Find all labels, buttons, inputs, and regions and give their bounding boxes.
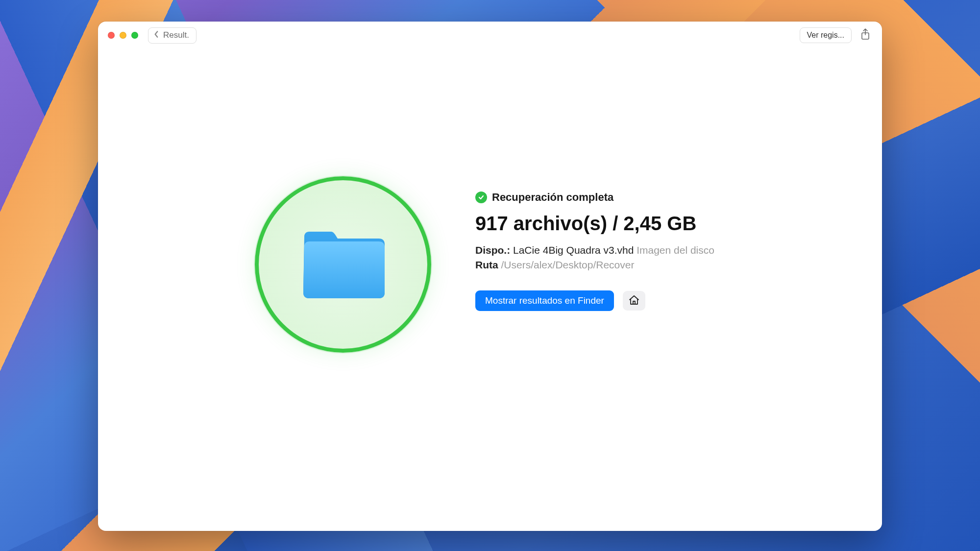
result-headline: 917 archivo(s) / 2,45 GB (475, 213, 714, 235)
home-button[interactable] (623, 291, 645, 311)
status-line: Recuperación completa (475, 191, 714, 204)
device-line: Dispo.: LaCie 4Big Quadra v3.vhd Imagen … (475, 244, 714, 256)
status-text: Recuperación completa (492, 191, 613, 204)
share-button[interactable] (858, 28, 872, 42)
app-window: Result. Ver regis... (98, 22, 882, 531)
chevron-left-icon (153, 30, 159, 41)
success-circle (255, 176, 431, 353)
path-line: Ruta /Users/alex/Desktop/Recover (475, 259, 714, 271)
maximize-window-button[interactable] (131, 32, 138, 39)
view-log-label: Ver regis... (807, 31, 844, 39)
show-in-finder-button[interactable]: Mostrar resultados en Finder (475, 290, 614, 311)
window-controls (108, 32, 138, 39)
minimize-window-button[interactable] (120, 32, 126, 39)
close-window-button[interactable] (108, 32, 115, 39)
success-check-icon (475, 192, 487, 203)
device-label: Dispo.: (475, 244, 510, 256)
view-log-button[interactable]: Ver regis... (800, 27, 852, 43)
result-info: Recuperación completa 917 archivo(s) / 2… (475, 176, 714, 311)
path-label: Ruta (475, 259, 498, 270)
folder-icon (300, 228, 386, 301)
share-icon (860, 28, 870, 42)
main-content: Recuperación completa 917 archivo(s) / 2… (98, 49, 882, 531)
action-row: Mostrar resultados en Finder (475, 290, 714, 311)
home-icon (628, 294, 640, 308)
device-type: Imagen del disco (637, 244, 714, 256)
path-value: /Users/alex/Desktop/Recover (501, 259, 635, 270)
back-button-label: Result. (163, 30, 189, 40)
back-button[interactable]: Result. (148, 27, 196, 44)
titlebar: Result. Ver regis... (98, 22, 882, 49)
show-in-finder-label: Mostrar resultados en Finder (485, 295, 604, 306)
device-name: LaCie 4Big Quadra v3.vhd (513, 244, 634, 256)
